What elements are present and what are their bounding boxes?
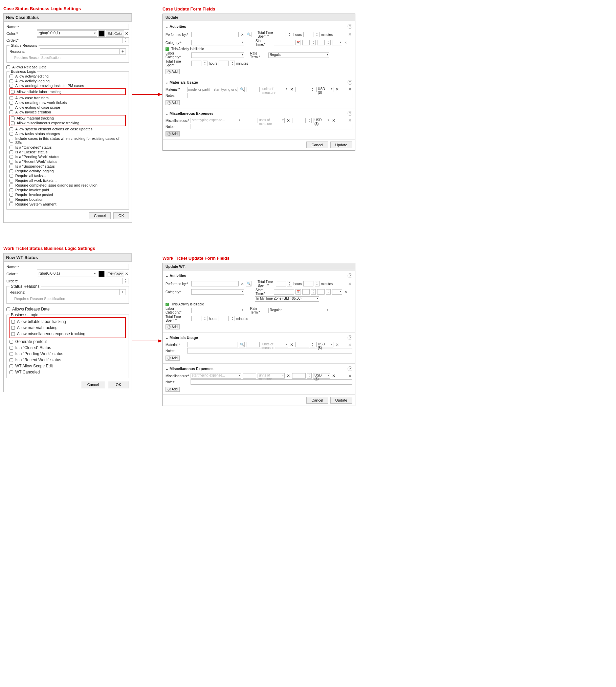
performed-by-input[interactable] xyxy=(191,32,239,37)
add-misc-button[interactable]: +Add xyxy=(166,387,180,392)
name-input[interactable] xyxy=(37,24,129,30)
currency-select[interactable]: USD ($) xyxy=(316,342,333,347)
hours-spinner[interactable]: ▲▼ xyxy=(287,32,292,37)
bl-checkbox[interactable] xyxy=(9,174,13,178)
ampm-select[interactable] xyxy=(332,40,342,45)
bl-checkbox[interactable] xyxy=(9,188,13,192)
close-icon[interactable]: ✕ xyxy=(335,342,339,347)
misc-currency-select[interactable]: USD ($) xyxy=(313,373,330,379)
edit-color-button[interactable]: Edit Color xyxy=(106,271,124,277)
bl-checkbox[interactable] xyxy=(9,358,13,362)
currency-select[interactable]: USD ($) xyxy=(316,87,333,92)
bl-checkbox[interactable] xyxy=(11,116,15,120)
bl-checkbox[interactable] xyxy=(9,184,13,187)
order-input[interactable] xyxy=(37,37,123,43)
chevron-down-icon[interactable]: ⌄ xyxy=(166,336,168,340)
misc-price-spinner[interactable]: ▲▼ xyxy=(307,118,312,123)
remove-icon[interactable]: ✕ xyxy=(348,118,352,123)
remove-icon[interactable]: ✕ xyxy=(348,281,352,286)
ampm-select[interactable] xyxy=(332,289,342,295)
cancel-button[interactable]: Cancel xyxy=(306,142,328,148)
hours-spinner2[interactable]: ▲▼ xyxy=(203,61,207,66)
amount-input[interactable]: amount xyxy=(246,87,260,92)
search-icon[interactable]: 🔍 xyxy=(239,342,245,347)
add-reason-button[interactable]: + xyxy=(120,289,126,295)
remove-icon[interactable]: ✕ xyxy=(348,373,352,378)
reasons-input[interactable] xyxy=(40,289,120,295)
close-icon[interactable]: ✕ xyxy=(331,373,336,378)
allows-release-checkbox[interactable] xyxy=(6,65,10,69)
cancel-button[interactable]: Cancel xyxy=(89,212,111,219)
start-min-input[interactable] xyxy=(317,289,325,295)
name-input[interactable] xyxy=(37,264,129,270)
uom-select[interactable]: units of measure xyxy=(261,342,288,347)
close-icon[interactable]: ✕ xyxy=(124,31,129,36)
ok-button[interactable]: OK xyxy=(113,212,129,219)
uom-select[interactable]: units of measure xyxy=(261,87,288,92)
add-activity-button[interactable]: +Add xyxy=(166,69,180,74)
bl-checkbox[interactable] xyxy=(9,198,13,201)
close-icon[interactable]: ✕ xyxy=(124,272,129,276)
help-icon[interactable]: ? xyxy=(348,273,352,278)
misc-price-input[interactable]: 0.00 xyxy=(292,373,306,379)
clear-icon[interactable]: ✕ xyxy=(240,33,245,37)
bl-checkbox[interactable] xyxy=(9,150,13,154)
remove-icon[interactable]: ✕ xyxy=(348,342,352,347)
search-icon[interactable]: 🔍 xyxy=(246,281,251,286)
add-material-button[interactable]: +Add xyxy=(166,356,180,361)
calendar-icon[interactable]: 📅 xyxy=(295,289,301,295)
allows-release-checkbox[interactable] xyxy=(6,307,10,311)
labor-category-select[interactable] xyxy=(191,52,244,58)
performed-by-input[interactable] xyxy=(191,281,239,286)
chevron-down-icon[interactable]: ⌄ xyxy=(166,81,168,84)
chevron-down-icon[interactable]: ⌄ xyxy=(166,367,168,371)
hours-input[interactable] xyxy=(276,32,286,37)
bl-checkbox[interactable] xyxy=(9,165,13,168)
minutes-input2[interactable] xyxy=(219,61,229,66)
bl-checkbox[interactable] xyxy=(9,202,13,206)
bl-checkbox[interactable] xyxy=(9,79,13,83)
help-icon[interactable]: ? xyxy=(348,335,352,340)
start-hour-spinner[interactable]: ▲▼ xyxy=(311,289,316,295)
bl-checkbox[interactable] xyxy=(9,340,13,344)
bl-checkbox[interactable] xyxy=(9,146,13,149)
close-icon[interactable]: ✕ xyxy=(289,342,294,347)
add-reason-button[interactable]: + xyxy=(120,48,126,55)
remove-icon[interactable]: ✕ xyxy=(348,87,352,92)
bl-checkbox[interactable] xyxy=(9,110,13,114)
misc-amount-input[interactable]: amount xyxy=(243,118,256,123)
timezone-select[interactable]: In My Time Zone (GMT-05:00) xyxy=(255,296,319,302)
minutes-spinner2[interactable]: ▲▼ xyxy=(230,316,235,321)
clear-icon[interactable]: ✕ xyxy=(344,41,348,44)
minutes-spinner2[interactable]: ▲▼ xyxy=(230,61,235,66)
minutes-spinner[interactable]: ▲▼ xyxy=(315,281,320,286)
hours-input2[interactable] xyxy=(191,316,201,321)
bl-checkbox[interactable] xyxy=(9,101,13,105)
bl-checkbox[interactable] xyxy=(9,364,13,368)
clear-icon[interactable]: ✕ xyxy=(344,290,348,294)
cancel-button[interactable]: Cancel xyxy=(306,397,328,404)
bl-checkbox[interactable] xyxy=(9,346,13,350)
misc-currency-select[interactable]: USD ($) xyxy=(313,118,330,123)
start-date-input[interactable] xyxy=(274,289,294,295)
category-select[interactable] xyxy=(191,40,244,45)
add-misc-button[interactable]: +Add xyxy=(166,131,180,136)
help-icon[interactable]: ? xyxy=(348,80,352,85)
bl-checkbox[interactable] xyxy=(11,320,15,324)
minutes-input[interactable] xyxy=(303,32,313,37)
help-icon[interactable]: ? xyxy=(348,111,352,116)
bl-checkbox[interactable] xyxy=(9,179,13,183)
reasons-input[interactable] xyxy=(40,48,120,55)
clear-icon[interactable]: ✕ xyxy=(240,282,245,286)
start-min-spinner[interactable]: ▲▼ xyxy=(326,40,331,45)
bl-checkbox[interactable] xyxy=(9,169,13,173)
hours-spinner2[interactable]: ▲▼ xyxy=(203,316,207,321)
order-spinner[interactable]: ▲▼ xyxy=(123,278,129,284)
bl-checkbox[interactable] xyxy=(9,127,13,131)
hours-spinner[interactable]: ▲▼ xyxy=(287,281,292,286)
labor-category-select[interactable] xyxy=(191,308,244,313)
misc-price-input[interactable]: 0.00 xyxy=(292,118,306,123)
order-spinner[interactable]: ▲▼ xyxy=(123,37,129,43)
misc-uom-select[interactable]: units of measure xyxy=(258,373,285,379)
start-hour-spinner[interactable]: ▲▼ xyxy=(311,40,316,45)
